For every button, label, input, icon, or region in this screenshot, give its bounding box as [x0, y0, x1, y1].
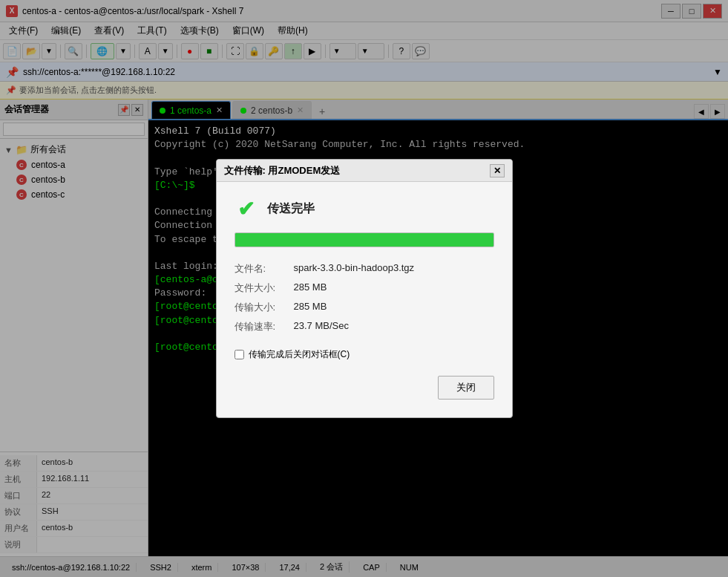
- modal-filename-label: 文件名:: [235, 262, 294, 276]
- modal-filename-value: spark-3.3.0-bin-hadoop3.tgz: [294, 262, 415, 276]
- auto-close-label: 传输完成后关闭对话框(C): [249, 348, 350, 361]
- modal-status-row: ✔ 传送完毕: [235, 197, 494, 221]
- progress-bar-fill: [235, 233, 493, 247]
- modal-filesize-label: 文件大小:: [235, 281, 294, 295]
- modal-speed-value: 23.7 MB/Sec: [294, 320, 349, 333]
- modal-info-speed: 传输速率: 23.7 MB/Sec: [235, 317, 494, 336]
- modal-speed-label: 传输速率:: [235, 320, 294, 333]
- modal-transfer-label: 传输大小:: [235, 301, 294, 314]
- modal-status-text: 传送完毕: [267, 201, 315, 217]
- checkmark-icon: ✔: [235, 197, 258, 221]
- modal-info-filename: 文件名: spark-3.3.0-bin-hadoop3.tgz: [235, 259, 494, 278]
- modal-info-transfer: 传输大小: 285 MB: [235, 298, 494, 317]
- modal-info-table: 文件名: spark-3.3.0-bin-hadoop3.tgz 文件大小: 2…: [235, 259, 494, 336]
- modal-title: 文件传输: 用ZMODEM发送: [224, 164, 341, 177]
- modal-body: ✔ 传送完毕 文件名: spark-3.3.0-bin-hadoop3.tgz …: [217, 182, 512, 417]
- zmodem-transfer-dialog: 文件传输: 用ZMODEM发送 ✕ ✔ 传送完毕 文件名: spark-3.3.…: [216, 159, 513, 418]
- auto-close-checkbox[interactable]: [235, 350, 244, 359]
- modal-checkbox-row: 传输完成后关闭对话框(C): [235, 348, 494, 361]
- progress-bar-container: [235, 232, 494, 247]
- modal-close-button[interactable]: 关闭: [438, 376, 494, 400]
- modal-info-filesize: 文件大小: 285 MB: [235, 278, 494, 298]
- modal-close-icon-btn[interactable]: ✕: [490, 164, 505, 177]
- modal-transfer-value: 285 MB: [294, 301, 327, 314]
- modal-footer: 关闭: [235, 376, 494, 402]
- modal-filesize-value: 285 MB: [294, 281, 327, 295]
- modal-overlay: 文件传输: 用ZMODEM发送 ✕ ✔ 传送完毕 文件名: spark-3.3.…: [0, 0, 728, 577]
- modal-title-bar: 文件传输: 用ZMODEM发送 ✕: [217, 160, 512, 182]
